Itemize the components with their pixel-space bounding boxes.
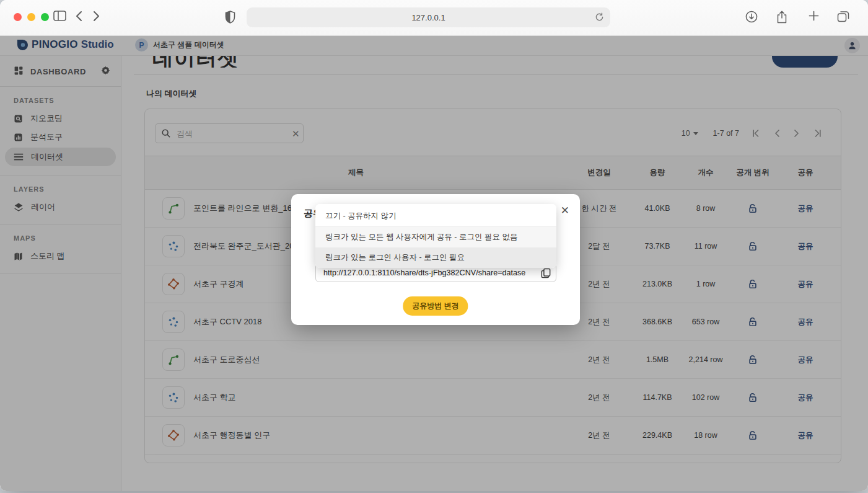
share-option-off[interactable]: 끄기 - 공유하지 않기: [315, 204, 556, 227]
change-share-method-button[interactable]: 공유방법 변경: [403, 296, 468, 316]
copy-icon[interactable]: [541, 268, 551, 278]
share-modal: 공유 ✕ 끄기 - 공유하지 않기 링크가 있는 모든 웹 사용자에게 공유 -…: [291, 194, 580, 325]
address-bar-url: 127.0.0.1: [411, 13, 445, 22]
traffic-lights: [14, 13, 49, 21]
share-mode-dropdown: 끄기 - 공유하지 않기 링크가 있는 모든 웹 사용자에게 공유 - 로그인 …: [315, 204, 556, 268]
minimize-window-button[interactable]: [27, 13, 35, 21]
browser-chrome: 127.0.0.1: [0, 0, 868, 36]
sidebar-toggle-icon[interactable]: [53, 11, 66, 21]
close-icon[interactable]: ✕: [561, 205, 569, 216]
downloads-icon[interactable]: [745, 11, 758, 23]
browser-window: 127.0.0.1 PINOGIO Studio P: [0, 0, 868, 491]
share-page-icon[interactable]: [776, 11, 832, 24]
app-viewport: PINOGIO Studio P 서초구 샘플 데이터셋 DASHBOARD: [0, 36, 868, 491]
share-option-logged-in-users[interactable]: 링크가 있는 로그인 사용자 - 로그인 필요: [315, 247, 556, 268]
zoom-window-button[interactable]: [41, 13, 49, 21]
back-icon[interactable]: [76, 11, 82, 22]
close-window-button[interactable]: [14, 13, 22, 21]
privacy-shield-icon[interactable]: [225, 11, 235, 24]
new-tab-icon[interactable]: [809, 11, 819, 21]
share-option-anyone-with-link[interactable]: 링크가 있는 모든 웹 사용자에게 공유 - 로그인 필요 없음: [315, 227, 556, 247]
refresh-icon[interactable]: [595, 12, 604, 24]
tab-overview-icon[interactable]: [837, 11, 849, 22]
address-bar[interactable]: 127.0.0.1: [247, 7, 610, 27]
screenshot-stage: 127.0.0.1 PINOGIO Studio P: [0, 0, 868, 493]
forward-icon[interactable]: [93, 11, 100, 22]
share-url-input[interactable]: [322, 268, 538, 278]
